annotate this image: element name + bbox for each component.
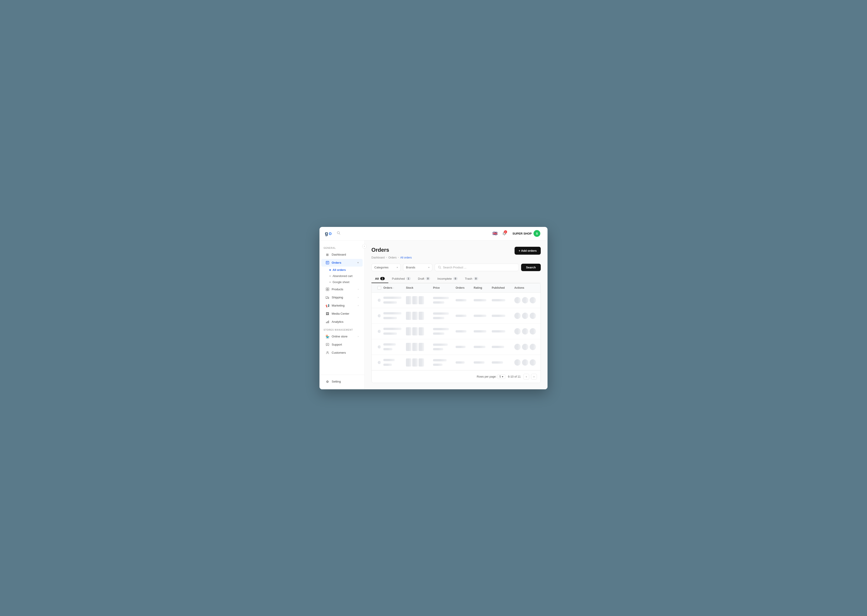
tab-trash-badge: 0 [474,277,478,280]
tab-published[interactable]: Published 1 [388,275,414,283]
header-checkbox[interactable] [377,286,381,290]
tab-all[interactable]: All 1 [371,275,388,283]
header-published: Published [492,286,514,289]
all-orders-dot [329,269,331,271]
row-actions-cell [514,344,537,350]
tab-draft-badge: 0 [426,277,430,280]
sidebar-item-marketing[interactable]: 📢 Marketing › [321,302,363,310]
sidebar-item-products[interactable]: Products › [321,286,363,293]
tab-published-label: Published [392,277,405,280]
sidebar-item-analytics[interactable]: Analytics [321,318,363,326]
add-orders-button[interactable]: + Add orders [515,247,541,255]
global-search-icon[interactable] [337,231,488,236]
row-rating-cell [474,299,492,301]
svg-line-17 [440,268,441,269]
row-published-cell [492,361,514,364]
main-layout: ‹ GENERAL ⊞ Dashboard Orders ▾ [320,240,547,389]
language-flag[interactable]: 🇬🇧 [492,231,498,236]
row-published-cell [492,330,514,333]
row-price-cell [433,328,456,335]
notification-bell[interactable]: 1 [501,230,508,237]
sidebar-label-marketing: Marketing [332,304,345,307]
svg-rect-6 [328,288,329,289]
row-price-cell [433,359,456,366]
sidebar-item-shipping[interactable]: Shipping › [321,294,363,301]
sidebar-item-orders[interactable]: Orders ▾ [321,259,363,267]
row-rating-skeleton [474,330,486,333]
next-page-button[interactable]: › [531,374,537,380]
row-action3 [530,313,536,319]
support-icon [325,343,329,347]
sidebar: ‹ GENERAL ⊞ Dashboard Orders ▾ [320,240,365,389]
row-product-title-skeleton [383,359,395,361]
row-orders-cell [456,361,474,364]
row-checkbox-skeleton [378,314,381,317]
breadcrumb: Dashboard • Orders • All orders [371,256,541,259]
rows-value-select[interactable]: 5 ▾ [497,374,505,379]
breadcrumb-parent[interactable]: Orders [388,256,397,259]
sidebar-sub-google-sheet[interactable]: Google sheet [328,279,360,285]
row-stock-img1 [406,312,411,320]
table-header: Orders ↓ Stock Price Orders Rating Publi… [372,283,541,292]
row-action1 [514,313,521,319]
row-price-skeleton1 [433,344,448,346]
categories-chevron: ▾ [397,266,398,269]
sidebar-label-online-store: Online store [332,335,347,338]
orders-table: Orders ↓ Stock Price Orders Rating Publi… [371,283,541,383]
sidebar-item-online-store[interactable]: 🏪 Online store › [321,333,363,340]
row-product-title-skeleton [383,297,402,299]
row-stock-img1 [406,296,411,304]
row-checkbox-skeleton [378,330,381,333]
prev-page-button[interactable]: ‹ [523,374,529,380]
sidebar-sub-abandoned-cart[interactable]: Abandoned cart [328,273,360,279]
row-stock-img-skeleton [406,296,424,304]
row-orders-skeleton [456,361,465,364]
row-price-cell [433,297,456,303]
online-store-chevron: › [358,335,359,338]
row-published-cell [492,315,514,317]
stores-section-label: STORES MANAGEMENT [320,326,364,333]
row-price-skeleton2 [433,301,445,303]
table-row [372,355,541,370]
sidebar-item-dashboard[interactable]: ⊞ Dashboard [321,251,363,258]
sidebar-toggle[interactable]: ‹ [362,244,367,248]
svg-rect-7 [326,289,327,291]
main-content: Orders + Add orders Dashboard • Orders •… [365,240,547,389]
sidebar-item-media-center[interactable]: 🖼 Media Center [321,310,363,317]
brands-select[interactable]: Brands ▾ [403,264,432,271]
row-price-skeleton2 [433,333,445,335]
orders-icon [325,261,329,265]
customers-icon [325,351,329,355]
tab-draft[interactable]: Draft 0 [414,275,434,283]
row-stock-img2 [412,358,418,366]
online-store-icon: 🏪 [325,335,329,339]
categories-select[interactable]: Categories ▾ [371,264,401,271]
row-rating-skeleton [474,346,486,348]
svg-rect-11 [326,322,327,323]
row-published-skeleton [492,330,505,333]
sidebar-item-customers[interactable]: Customers [321,349,363,357]
header-orders-label: Orders [383,286,392,289]
sidebar-sub-all-orders[interactable]: All orders [328,267,360,273]
svg-rect-5 [326,288,327,289]
app-window: go 🇬🇧 1 SUPER SHOP S [320,227,547,389]
google-sheet-dot [329,281,331,283]
tab-trash[interactable]: Trash 0 [461,275,482,283]
row-stock-img-skeleton [406,343,424,351]
search-placeholder-text: Search Product ... [443,266,467,269]
sidebar-item-support[interactable]: Support [321,341,363,349]
header-orders[interactable]: Orders ↓ [383,286,406,289]
row-stock-cell [406,358,433,366]
row-product-sub-skeleton [383,348,393,350]
row-action2 [522,359,528,366]
row-actions-cell [514,328,537,335]
user-profile[interactable]: SUPER SHOP S [511,229,542,238]
search-button[interactable]: Search [521,264,541,271]
tab-incomplete[interactable]: Incomplete 0 [434,275,461,283]
breadcrumb-home[interactable]: Dashboard [371,256,385,259]
row-action1 [514,328,521,335]
product-search-box[interactable]: Search Product ... [435,264,519,271]
row-stock-img-skeleton [406,358,424,366]
sidebar-item-settings[interactable]: ⚙ Setting [321,378,363,385]
search-product-icon [438,266,441,269]
